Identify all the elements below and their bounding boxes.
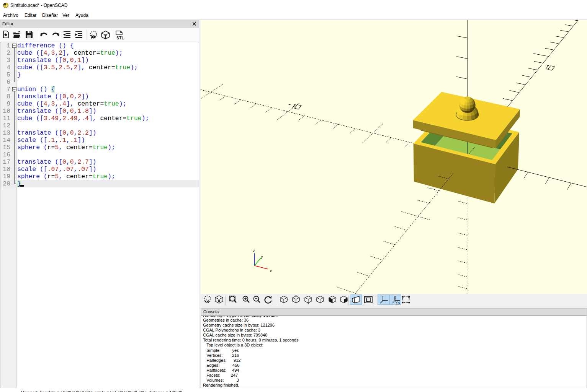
svg-text:10: 10: [396, 301, 400, 304]
svg-text:y: y: [261, 254, 263, 259]
svg-text:z: z: [253, 248, 255, 253]
svg-text:STL: STL: [116, 36, 124, 40]
svg-text:x: x: [270, 268, 272, 273]
